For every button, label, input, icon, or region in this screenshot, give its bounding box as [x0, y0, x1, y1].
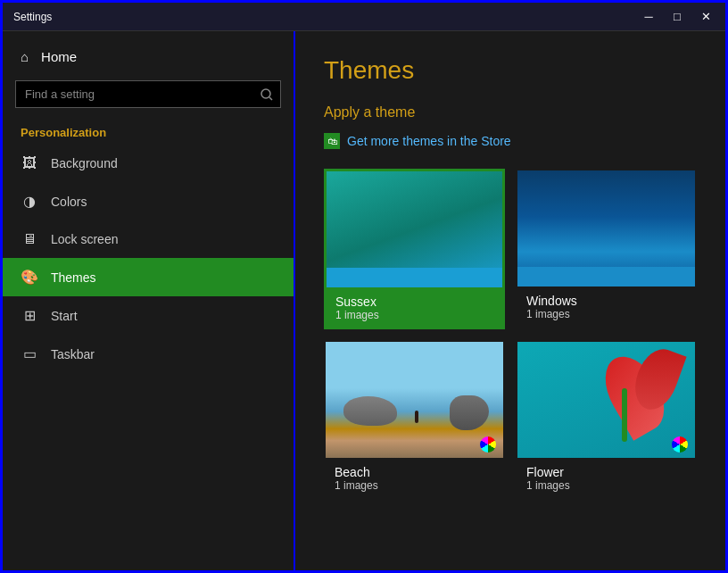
section-personalization: Personalization [3, 117, 294, 145]
svg-line-1 [269, 97, 272, 100]
sidebar-item-home[interactable]: ⌂ Home [3, 38, 294, 75]
app-title: Settings [13, 11, 52, 23]
theme-info-sussex: Sussex 1 images [327, 287, 502, 327]
page-title: Themes [324, 56, 697, 85]
sidebar-item-lock-screen[interactable]: 🖥 Lock screen [3, 220, 294, 258]
taskbar-icon: ▭ [21, 345, 38, 362]
maximize-button[interactable]: □ [665, 8, 690, 26]
theme-info-flower: Flower 1 images [517, 458, 695, 497]
theme-name-beach: Beach [335, 465, 494, 479]
store-link-text: Get more themes in the Store [347, 134, 511, 148]
theme-card-beach[interactable]: Beach 1 images [324, 340, 505, 499]
theme-card-flower[interactable]: Flower 1 images [516, 340, 697, 499]
themes-grid: Sussex 1 images Windows 1 images [324, 169, 697, 499]
window-controls: ─ □ ✕ [636, 8, 718, 26]
main-content: Themes Apply a theme 🛍 Get more themes i… [295, 31, 725, 570]
flower-background [517, 342, 695, 458]
theme-preview-flower [517, 342, 695, 458]
beach-rocks-left [343, 396, 397, 426]
store-link[interactable]: 🛍 Get more themes in the Store [324, 133, 697, 149]
svg-point-0 [261, 89, 270, 98]
theme-count-windows: 1 images [526, 308, 686, 320]
beach-figure [415, 411, 418, 423]
sidebar-item-start[interactable]: ⊞ Start [3, 296, 294, 335]
lock-screen-icon: 🖥 [21, 231, 38, 247]
titlebar: Settings ─ □ ✕ [3, 3, 725, 31]
flower-stem [622, 388, 627, 442]
theme-info-beach: Beach 1 images [326, 458, 503, 497]
search-container [15, 80, 281, 108]
search-button[interactable] [252, 80, 281, 108]
sidebar-item-colors[interactable]: ◑ Colors [3, 182, 294, 220]
theme-name-flower: Flower [526, 465, 686, 479]
themes-icon: 🎨 [21, 269, 38, 286]
background-icon: 🖼 [21, 155, 38, 171]
theme-card-sussex[interactable]: Sussex 1 images [324, 169, 505, 329]
sidebar-item-themes[interactable]: 🎨 Themes [3, 258, 294, 296]
beach-rocks-right [450, 395, 489, 430]
sussex-bar [327, 268, 502, 287]
sidebar: ⌂ Home Personalization 🖼 Background ◑ Co… [3, 31, 295, 570]
theme-preview-sussex [327, 171, 502, 287]
home-label: Home [41, 49, 77, 64]
theme-count-sussex: 1 images [335, 309, 493, 321]
close-button[interactable]: ✕ [693, 8, 718, 26]
theme-preview-windows [517, 170, 695, 286]
search-icon [261, 88, 273, 101]
home-icon: ⌂ [21, 49, 29, 64]
sussex-background [327, 171, 502, 287]
minimize-button[interactable]: ─ [636, 8, 661, 26]
app-container: ⌂ Home Personalization 🖼 Background ◑ Co… [3, 31, 725, 570]
theme-name-sussex: Sussex [335, 295, 493, 309]
theme-info-windows: Windows 1 images [517, 286, 695, 326]
colors-icon: ◑ [21, 193, 38, 210]
store-icon: 🛍 [324, 133, 340, 149]
themes-label: Themes [51, 270, 96, 285]
color-wheel-beach [480, 436, 496, 453]
start-label: Start [51, 309, 78, 323]
windows-background [517, 170, 695, 286]
windows-bar [517, 267, 695, 286]
beach-background [326, 342, 503, 458]
sidebar-item-background[interactable]: 🖼 Background [3, 145, 294, 182]
start-icon: ⊞ [21, 307, 38, 324]
background-label: Background [51, 156, 118, 170]
lock-screen-label: Lock screen [51, 232, 118, 246]
theme-count-flower: 1 images [526, 479, 686, 492]
taskbar-label: Taskbar [51, 347, 95, 361]
sidebar-item-taskbar[interactable]: ▭ Taskbar [3, 335, 294, 373]
theme-card-windows[interactable]: Windows 1 images [516, 169, 697, 329]
color-wheel-flower [672, 436, 688, 453]
theme-count-beach: 1 images [335, 479, 494, 492]
colors-label: Colors [51, 195, 87, 209]
search-input[interactable] [15, 80, 281, 108]
theme-name-windows: Windows [526, 294, 686, 308]
apply-theme-label: Apply a theme [324, 104, 697, 120]
theme-preview-beach [326, 342, 503, 458]
